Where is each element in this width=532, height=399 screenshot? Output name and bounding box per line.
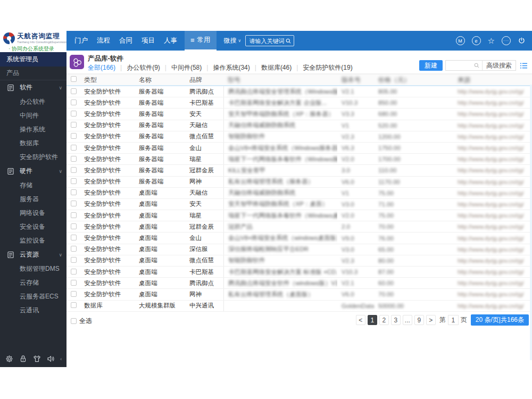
column-header-brand[interactable]: 品牌	[185, 76, 223, 85]
select-all-header-checkbox[interactable]	[71, 76, 77, 82]
table-row[interactable]: 安全防护软件 服务器端 微点佰慧 智能防御软件 V2.3 1200.00 htt…	[66, 131, 532, 143]
row-checkbox[interactable]	[71, 201, 77, 206]
table-row[interactable]: 安全防护软件 桌面端 网神 私有云终端管理系统（桌面版） V6.0 70.00 …	[66, 289, 532, 300]
row-checkbox[interactable]	[71, 99, 77, 105]
category-tab[interactable]: 办公软件(9)	[127, 63, 171, 72]
sidebar-menu-item[interactable]: 中间件 ∨	[0, 109, 66, 122]
sidebar-menu-item[interactable]: 网络设备 ∨	[0, 206, 66, 220]
table-row[interactable]: 安全防护软件 服务器端 卡巴斯基 卡巴斯基网络安全解决方案 企业版... V10…	[66, 97, 532, 109]
collab-login-link[interactable]: · 协同办公系统登录	[0, 44, 66, 53]
row-checkbox[interactable]	[71, 302, 77, 308]
table-row[interactable]: 安全防护软件 桌面端 腾讯御点 腾讯御点终端安全软件（windows版）V2.1…	[66, 278, 532, 289]
row-checkbox[interactable]	[71, 167, 77, 173]
select-all-control[interactable]: 全选	[66, 317, 92, 326]
sidebar-menu-item[interactable]: 云服务器ECS ∨	[0, 289, 66, 303]
page-button[interactable]: 9	[414, 315, 424, 325]
table-row[interactable]: 安全防护软件 桌面端 天融信 天融信终端威胁防御系统 V1 75.00 http…	[66, 188, 532, 199]
column-settings-icon[interactable]	[520, 62, 528, 69]
sidebar-menu-item[interactable]: 云存储 ∨	[0, 276, 66, 289]
page-button[interactable]: 3	[391, 315, 401, 325]
search-scope-dropdown[interactable]: 微搜 ∨	[224, 36, 242, 45]
sidebar-menu-item[interactable]: 办公软件 ∨	[0, 95, 66, 109]
top-nav-item[interactable]: 项目	[142, 36, 155, 45]
top-nav-item[interactable]: 门户	[74, 36, 88, 45]
table-row[interactable]: 安全防护软件 桌面端 卡巴斯基 卡巴斯基网络安全解决方案 标准版 +CD... …	[66, 267, 532, 278]
select-all-checkbox[interactable]	[71, 318, 77, 324]
more-circle-icon[interactable]: ···	[502, 36, 511, 45]
sound-speaker-icon[interactable]	[46, 354, 55, 363]
page-button[interactable]: 2	[379, 315, 389, 325]
sidebar-menu-item[interactable]: 存储 ∨	[0, 178, 66, 192]
row-checkbox[interactable]	[71, 269, 77, 275]
goto-page-input[interactable]: 1	[448, 315, 459, 325]
top-nav-item[interactable]: 人事	[164, 36, 177, 45]
row-checkbox[interactable]	[71, 212, 77, 218]
row-checkbox[interactable]	[71, 280, 77, 286]
column-header-version[interactable]: 版本号	[337, 76, 374, 85]
sidebar-menu-item[interactable]: 软件 ∨	[0, 80, 66, 95]
table-row[interactable]: 安全防护软件 服务器端 冠群金辰 KILL安全胄甲 3.0 110.00 htt…	[66, 165, 532, 176]
collapse-chevron-icon[interactable]: ‹	[60, 356, 62, 362]
table-row[interactable]: 安全防护软件 桌面端 瑞星 瑞星下一代网络版杀毒软件（Windows桌面版） V…	[66, 210, 532, 221]
row-checkbox[interactable]	[71, 156, 77, 162]
page-button[interactable]: <	[356, 315, 365, 325]
row-checkbox[interactable]	[71, 291, 77, 297]
table-row[interactable]: 数据库 大规模集群版 中兴通讯 GoldenData s... 50000.00…	[66, 301, 532, 312]
sidebar-menu-item[interactable]: 服务器 ∨	[0, 192, 66, 206]
new-button[interactable]: 新建	[419, 60, 443, 71]
settings-gear-icon[interactable]	[5, 354, 14, 363]
category-tab[interactable]: 中间件(58)	[171, 63, 213, 72]
row-checkbox[interactable]	[71, 111, 77, 117]
m-badge-icon[interactable]: M	[456, 36, 465, 45]
sidebar-menu-item[interactable]: 安全设备 ∨	[0, 220, 66, 234]
table-row[interactable]: 安全防护软件 桌面端 安天 安天智甲终端防御系统（XP：桌面） V3.0 71.…	[66, 199, 532, 210]
table-row[interactable]: 安全防护软件 桌面端 深信服 深信服终端检测响应平台EDR V3.0 65.00…	[66, 244, 532, 255]
row-checkbox[interactable]	[71, 223, 77, 229]
message-icon[interactable]: e	[472, 36, 481, 45]
page-button[interactable]: ...	[403, 315, 412, 325]
pinned-menu[interactable]: ≡ 常用	[185, 31, 217, 51]
row-checkbox[interactable]	[71, 189, 77, 195]
row-checkbox[interactable]	[71, 145, 77, 151]
sidebar-menu-item[interactable]: 监控设备 ∨	[0, 234, 66, 247]
search-icon[interactable]	[471, 62, 482, 69]
sidebar-menu-item[interactable]: 数据库 ∨	[0, 136, 66, 150]
table-row[interactable]: 安全防护软件 桌面端 金山 金山V8+终端安全系统（windows桌面版） V9…	[66, 232, 532, 244]
sidebar-menu-item[interactable]: 安全防护软件 ∨	[0, 150, 66, 164]
favorite-star-icon[interactable]: ☆	[488, 37, 495, 45]
table-row[interactable]: 安全防护软件 桌面端 微点佰慧 智能防御软件 V2.3 80.00 http:/…	[66, 255, 532, 267]
advanced-search-button[interactable]: 高级搜索	[482, 61, 516, 70]
lock-icon[interactable]	[19, 354, 28, 363]
row-checkbox[interactable]	[71, 246, 77, 252]
category-tab[interactable]: 全部(166)	[88, 63, 127, 72]
table-row[interactable]: 安全防护软件 服务器端 腾讯御点 腾讯御点终端安全管理系统（Windows版）.…	[66, 86, 532, 97]
sidebar-menu-item[interactable]: 云通讯 ∨	[0, 303, 66, 317]
power-icon[interactable]	[518, 37, 526, 45]
sidebar-menu-item[interactable]: 操作系统 ∨	[0, 122, 66, 136]
row-checkbox[interactable]	[71, 257, 77, 263]
search-icon[interactable]	[285, 38, 292, 44]
row-checkbox[interactable]	[71, 88, 77, 94]
page-button[interactable]: 1	[368, 315, 377, 325]
column-header-price[interactable]: 价格（元）	[374, 76, 453, 85]
category-tab[interactable]: 数据库(46)	[261, 63, 303, 72]
row-checkbox[interactable]	[71, 235, 77, 240]
top-nav-item[interactable]: 流程	[97, 36, 110, 45]
row-checkbox[interactable]	[71, 122, 77, 128]
table-row[interactable]: 安全防护软件 服务器端 安天 安天智甲终端防御系统（XP：服务器） V3.3 6…	[66, 109, 532, 120]
theme-shirt-icon[interactable]	[32, 354, 41, 363]
top-nav-item[interactable]: 合同	[119, 36, 132, 45]
sidebar-menu-item[interactable]: 云资源 ∨	[0, 247, 66, 262]
page-size-summary[interactable]: 20 条/页|共166条	[471, 314, 529, 326]
table-row[interactable]: 安全防护软件 服务器端 天融信 天融信终端威胁防御系统 V1 520.00 ht…	[66, 120, 532, 131]
column-header-source[interactable]: 来源	[453, 76, 532, 85]
row-checkbox[interactable]	[71, 178, 77, 184]
category-tab[interactable]: 安全防护软件(19)	[303, 63, 352, 72]
column-header-model[interactable]: 型号	[223, 76, 337, 85]
global-search-input[interactable]	[248, 37, 285, 45]
category-tab[interactable]: 操作系统(34)	[213, 63, 261, 72]
page-button[interactable]: >	[426, 315, 436, 325]
column-header-name[interactable]: 名称	[135, 76, 185, 85]
table-search-input[interactable]	[446, 62, 471, 69]
table-row[interactable]: 安全防护软件 服务器端 瑞星 瑞星下一代网络版杀毒软件（Windows服务器版）…	[66, 154, 532, 165]
